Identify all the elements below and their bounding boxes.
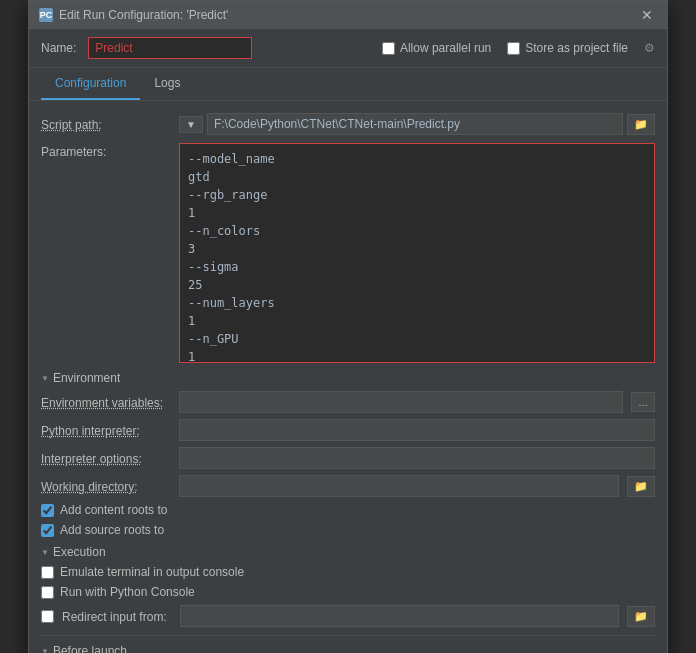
before-launch-header[interactable]: ▼ Before launch <box>41 644 655 653</box>
app-icon: PC <box>39 8 53 22</box>
allow-parallel-label[interactable]: Allow parallel run <box>382 41 491 55</box>
env-variables-btn[interactable]: ... <box>631 392 655 412</box>
dialog-title: Edit Run Configuration: 'Predict' <box>59 8 228 22</box>
interp-options-input[interactable] <box>179 447 655 469</box>
python-interp-row: Python interpreter: <box>41 419 655 441</box>
allow-parallel-checkbox[interactable] <box>382 42 395 55</box>
redirect-input-row: Redirect input from: 📁 <box>41 605 655 627</box>
store-as-project-checkbox[interactable] <box>507 42 520 55</box>
environment-header[interactable]: ▼ Environment <box>41 371 655 385</box>
run-python-console-row: Run with Python Console <box>41 585 655 599</box>
add-content-roots-checkbox[interactable] <box>41 504 54 517</box>
parameters-textarea[interactable]: --model_name gtd --rgb_range 1 --n_color… <box>179 143 655 363</box>
python-interp-input[interactable] <box>179 419 655 441</box>
interp-options-row: Interpreter options: <box>41 447 655 469</box>
script-path-row: Script path: ▼ 📁 <box>41 113 655 135</box>
store-as-project-label[interactable]: Store as project file <box>507 41 628 55</box>
parameters-label: Parameters: <box>41 143 171 159</box>
execution-triangle-icon: ▼ <box>41 548 49 557</box>
working-dir-input[interactable] <box>179 475 619 497</box>
parameters-row: Parameters: --model_name gtd --rgb_range… <box>41 143 655 363</box>
add-source-roots-row: Add source roots to <box>41 523 655 537</box>
env-variables-input[interactable] <box>179 391 623 413</box>
before-launch-triangle-icon: ▼ <box>41 647 49 654</box>
name-label: Name: <box>41 41 76 55</box>
run-python-console-checkbox[interactable] <box>41 586 54 599</box>
close-button[interactable]: ✕ <box>637 8 657 22</box>
python-interp-label: Python interpreter: <box>41 422 171 438</box>
header-row: Name: Allow parallel run Store as projec… <box>29 29 667 68</box>
redirect-input-checkbox[interactable] <box>41 610 54 623</box>
script-path-controls: ▼ 📁 <box>179 113 655 135</box>
redirect-input-label: Redirect input from: <box>62 608 172 624</box>
script-path-dropdown[interactable]: ▼ <box>179 116 203 133</box>
config-content: Script path: ▼ 📁 Parameters: --model_nam… <box>29 101 667 653</box>
title-bar-left: PC Edit Run Configuration: 'Predict' <box>39 8 228 22</box>
add-source-roots-checkbox[interactable] <box>41 524 54 537</box>
script-path-folder-btn[interactable]: 📁 <box>627 114 655 135</box>
env-variables-row: Environment variables: ... <box>41 391 655 413</box>
emulate-terminal-checkbox[interactable] <box>41 566 54 579</box>
redirect-folder-btn[interactable]: 📁 <box>627 606 655 627</box>
environment-section: ▼ Environment Environment variables: ...… <box>41 371 655 537</box>
run-config-dialog: PC Edit Run Configuration: 'Predict' ✕ N… <box>28 0 668 653</box>
execution-section: ▼ Execution Emulate terminal in output c… <box>41 545 655 627</box>
tabs-row: Configuration Logs <box>29 68 667 101</box>
working-dir-folder-btn[interactable]: 📁 <box>627 476 655 497</box>
tab-configuration[interactable]: Configuration <box>41 68 140 100</box>
add-content-roots-row: Add content roots to <box>41 503 655 517</box>
emulate-terminal-row: Emulate terminal in output console <box>41 565 655 579</box>
tab-logs[interactable]: Logs <box>140 68 194 100</box>
triangle-icon: ▼ <box>41 374 49 383</box>
interp-options-label: Interpreter options: <box>41 450 171 466</box>
redirect-input-field[interactable] <box>180 605 619 627</box>
before-launch-section: ▼ Before launch <box>41 635 655 653</box>
gear-icon[interactable]: ⚙ <box>644 41 655 55</box>
name-input[interactable] <box>88 37 252 59</box>
script-path-label: Script path: <box>41 116 171 132</box>
working-dir-label: Working directory: <box>41 478 171 494</box>
header-right: Allow parallel run Store as project file… <box>382 41 655 55</box>
execution-header[interactable]: ▼ Execution <box>41 545 655 559</box>
title-bar: PC Edit Run Configuration: 'Predict' ✕ <box>29 1 667 29</box>
env-variables-label: Environment variables: <box>41 394 171 410</box>
working-dir-row: Working directory: 📁 <box>41 475 655 497</box>
script-path-input[interactable] <box>207 113 623 135</box>
